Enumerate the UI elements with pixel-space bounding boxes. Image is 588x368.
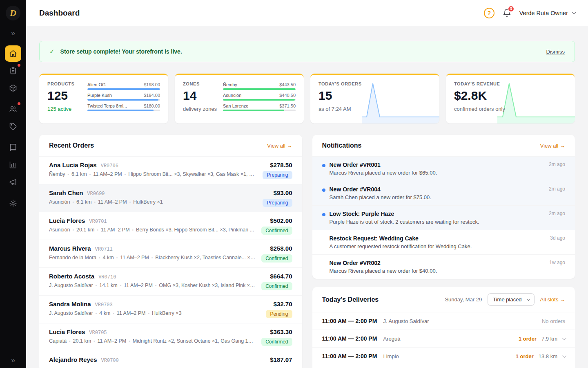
todays-orders-stat-card[interactable]: TODAY'S ORDERS 15 as of 7:24 AM [310, 74, 439, 123]
notification-body: Marcus Rivera placed a new order for $65… [330, 170, 540, 176]
notifications-list: New Order #VR001 Marcus Rivera placed a … [312, 156, 575, 279]
header-actions: ? 3 Verde Ruta Owner [484, 8, 575, 18]
order-amount: $258.00 [261, 245, 292, 252]
chevron-down-icon[interactable] [562, 336, 566, 340]
delivery-slot-row[interactable]: 11:00 AM — 2:00 PM Areguá 1 order 7.9 km [312, 330, 575, 347]
order-customer-name: Roberto Acosta [49, 273, 94, 280]
delivery-slot-row[interactable]: 11:00 AM — 2:00 PM Limpio 1 order 13.8 k… [312, 347, 575, 365]
order-meta: Asunción•20.1 km•11 AM–2 PM•Berry Bonds … [49, 227, 256, 233]
delivery-slot-row[interactable]: 11:00 AM — 2:00 PM Ñemby [312, 365, 575, 368]
sidebar-item-home[interactable] [5, 45, 21, 62]
notifications-view-all-link[interactable]: View all → [540, 143, 565, 149]
notification-title: New Order #VR002 [330, 260, 541, 266]
order-amount: $187.07 [270, 356, 292, 363]
order-customer-name: Lucia Flores [49, 217, 85, 224]
order-row[interactable]: Sandra Molina VR0703 J. Augusto Saldívar… [39, 295, 302, 323]
order-status-badge: Confirmed [261, 254, 292, 263]
stat-value: 125 [47, 89, 87, 102]
order-row[interactable]: Lucia Flores VR0705 Capiatá•20.1 km•11 A… [39, 323, 302, 351]
book-icon [9, 144, 17, 152]
user-menu[interactable]: Verde Ruta Owner [519, 10, 575, 16]
order-row[interactable]: Sarah Chen VR0699 Asunción•6.1 km•11 AM–… [39, 184, 302, 212]
order-amount: $278.50 [263, 162, 292, 168]
sidebar-item-products[interactable] [5, 80, 21, 96]
order-id: VR0703 [95, 302, 113, 308]
order-meta: Ñemby•6.1 km•11 AM–2 PM•Hippo Shroom Bit… [49, 171, 257, 177]
todays-revenue-stat-card[interactable]: TODAY'S REVENUE $2.8K confirmed orders o… [446, 74, 575, 123]
notification-title: New Order #VR001 [330, 162, 540, 168]
delivery-zone: Areguá [383, 336, 401, 342]
products-stat-card[interactable]: PRODUCTS 125 125 active Alien OG$198.00P… [39, 74, 168, 123]
stat-value: $2.8K [454, 89, 567, 102]
notification-body: A customer requested restock notificatio… [330, 243, 541, 249]
unread-dot-icon [322, 188, 325, 192]
help-icon: ? [487, 10, 491, 16]
sidebar-item-tags[interactable] [5, 118, 21, 135]
sidebar-nav [5, 45, 21, 212]
notification-item[interactable]: New Order #VR002 Marcus Rivera placed a … [312, 254, 575, 279]
order-status-badge: Pending [266, 310, 292, 318]
stat-subtext: delivery zones [183, 106, 223, 112]
unread-dot-icon [322, 213, 325, 216]
chevron-down-icon [572, 10, 576, 14]
help-button[interactable]: ? [484, 8, 494, 18]
chevron-down-icon[interactable] [562, 354, 566, 358]
sidebar-item-customers[interactable] [5, 101, 21, 117]
sidebar-item-orders[interactable] [5, 63, 21, 79]
order-status-badge: Confirmed [261, 282, 292, 290]
unread-dot-icon [322, 164, 325, 167]
order-amount: $363.30 [261, 328, 292, 335]
order-meta: Fernando de la Mora•4 km•11 AM–2 PM•Blac… [49, 255, 256, 260]
deliveries-date: Sunday, Mar 29 [445, 296, 482, 303]
notification-time: 2m ago [549, 162, 565, 176]
zones-stat-card[interactable]: ZONES 14 delivery zones Ñemby$443.50Asun… [175, 74, 304, 123]
order-row[interactable]: Marcus Rivera VR0711 Fernando de la Mora… [39, 240, 302, 267]
sidebar-item-analytics[interactable] [5, 157, 21, 173]
notifications-button[interactable]: 3 [503, 9, 511, 17]
logo-coin: D [6, 6, 20, 20]
stat-subtext: confirmed orders only [454, 106, 567, 112]
sidebar: D » » [0, 0, 26, 368]
notification-item[interactable]: Low Stock: Purple Haze Purple Haze is ou… [312, 205, 575, 230]
order-id: VR0701 [89, 219, 107, 224]
delivery-order-count: 1 order [519, 336, 537, 342]
order-meta: Capiatá•20.1 km•11 AM–2 PM•Midnight Runt… [49, 338, 256, 344]
chevrons-right-icon: » [11, 29, 15, 37]
order-customer-name: Lucia Flores [49, 328, 85, 335]
app-logo[interactable]: D [0, 0, 26, 26]
order-id: VR0716 [98, 274, 116, 280]
notification-title: Low Stock: Purple Haze [330, 211, 540, 217]
order-amount: $32.70 [266, 301, 292, 307]
zones-mini-list: Ñemby$443.50Asunción$440.50San Lorenzo$3… [223, 81, 296, 117]
order-row[interactable]: Ana Lucia Rojas VR0706 Ñemby•6.1 km•11 A… [39, 156, 302, 184]
gear-icon [9, 199, 17, 207]
orders-view-all-link[interactable]: View all → [267, 143, 292, 149]
delivery-distance: 7.9 km [541, 336, 557, 342]
order-customer-name: Sarah Chen [49, 189, 83, 196]
notifications-title: Notifications [322, 142, 362, 149]
notification-item[interactable]: New Order #VR004 Sarah Chen placed a new… [312, 181, 575, 205]
sort-select[interactable]: Time placed [488, 293, 534, 306]
order-status-badge: Confirmed [261, 338, 292, 346]
clipboard-icon [9, 67, 17, 75]
all-slots-link[interactable]: All slots → [540, 296, 565, 303]
sidebar-item-marketing[interactable] [5, 174, 21, 190]
sidebar-item-menu[interactable] [5, 139, 21, 156]
order-row[interactable]: Alejandro Reyes VR0700 $187.07 [39, 351, 302, 368]
chevrons-right-icon: » [11, 356, 15, 364]
order-row[interactable]: Roberto Acosta VR0716 J. Augusto Saldíva… [39, 267, 302, 295]
notification-item[interactable]: New Order #VR001 Marcus Rivera placed a … [312, 156, 575, 181]
sidebar-item-settings[interactable] [5, 195, 21, 211]
sidebar-expand-button[interactable]: » [11, 29, 15, 37]
notification-time: 2m ago [549, 186, 565, 200]
sidebar-bottom-expand-button[interactable]: » [11, 356, 15, 365]
order-row[interactable]: Lucia Flores VR0701 Asunción•20.1 km•11 … [39, 212, 302, 240]
notification-time: 1w ago [549, 260, 565, 274]
stats-row: PRODUCTS 125 125 active Alien OG$198.00P… [39, 74, 575, 123]
orders-list: Ana Lucia Rojas VR0706 Ñemby•6.1 km•11 A… [39, 156, 302, 368]
page-title: Dashboard [39, 9, 80, 18]
notification-title: New Order #VR004 [330, 186, 540, 193]
dismiss-button[interactable]: Dismiss [546, 49, 565, 55]
delivery-slot-row[interactable]: 11:00 AM — 2:00 PM J. Augusto Saldívar N… [312, 312, 575, 330]
notification-item[interactable]: Restock Request: Wedding Cake A customer… [312, 230, 575, 254]
